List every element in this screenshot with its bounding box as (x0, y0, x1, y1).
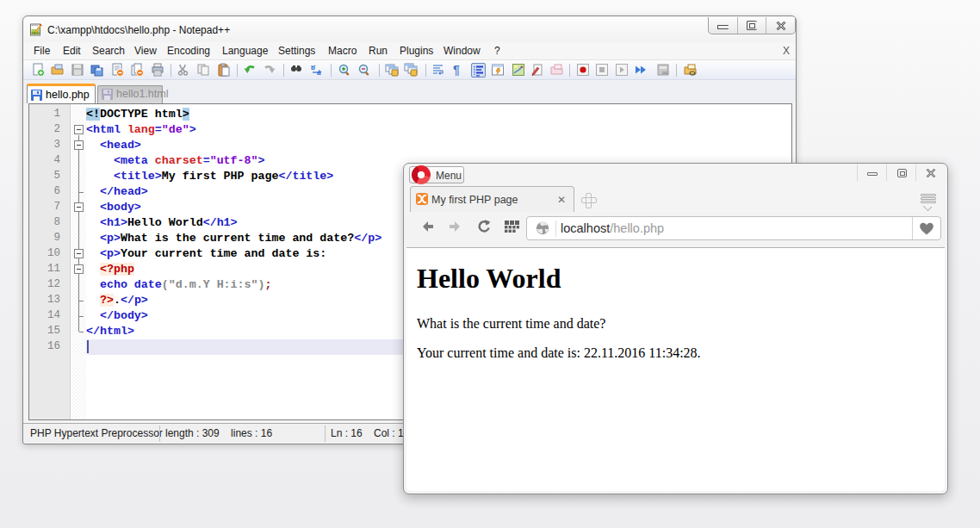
svg-text:¶: ¶ (453, 63, 460, 77)
svg-text:a: a (317, 69, 321, 77)
svg-text:uc: uc (662, 70, 669, 75)
